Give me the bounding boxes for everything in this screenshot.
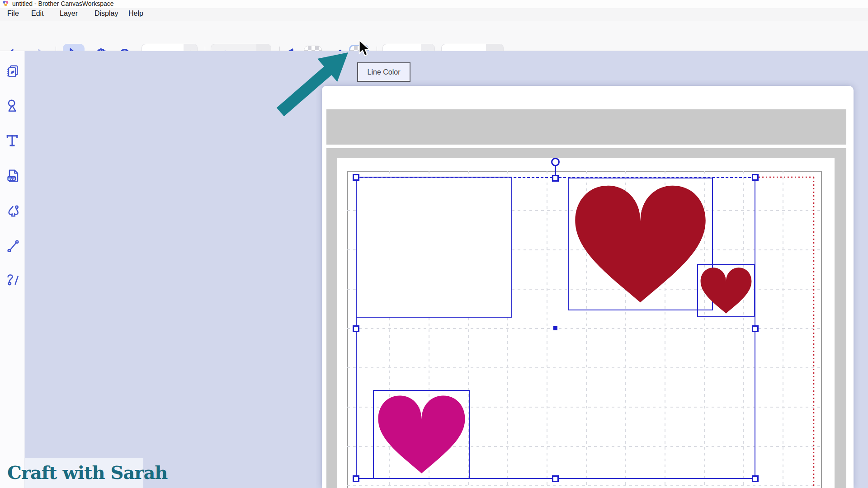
pink-heart bbox=[378, 395, 465, 473]
sidebar-item-trace-path[interactable] bbox=[5, 203, 19, 217]
pattern-library-icon bbox=[5, 64, 19, 78]
canvasworkspace-app: untitled - Brother CanvasWorkspace File … bbox=[0, 0, 868, 488]
line-tool-icon bbox=[5, 238, 19, 252]
line-color-tooltip: Line Color bbox=[357, 62, 410, 82]
tool-sidebar bbox=[0, 51, 25, 488]
sidebar-item-shapes[interactable] bbox=[5, 98, 19, 113]
selection-handle-bottom-middle[interactable] bbox=[552, 475, 559, 482]
sidebar-item-draw-line[interactable] bbox=[5, 238, 19, 252]
freehand-tool-icon bbox=[5, 272, 19, 286]
large-red-heart-shape[interactable] bbox=[568, 178, 713, 310]
selection-handle-bottom-left[interactable] bbox=[353, 475, 359, 482]
large-red-heart bbox=[575, 186, 705, 302]
small-red-heart-shape[interactable] bbox=[697, 264, 755, 317]
rotation-handle[interactable] bbox=[551, 158, 560, 166]
mat-header-bar bbox=[326, 109, 846, 145]
sidebar-item-pattern-library[interactable] bbox=[5, 64, 19, 78]
selection-center-marker bbox=[553, 326, 557, 330]
app-logo-icon bbox=[3, 0, 9, 6]
selection-handle-top-right[interactable] bbox=[752, 174, 759, 181]
selection-handle-top-left[interactable] bbox=[353, 174, 359, 181]
menu-layer[interactable]: Layer bbox=[60, 9, 78, 18]
watermark-text: Craft with Sarah bbox=[7, 462, 167, 483]
selection-handle-top-middle[interactable] bbox=[552, 175, 559, 182]
text-icon bbox=[5, 133, 19, 147]
menu-file[interactable]: File bbox=[7, 9, 19, 18]
trace-shape-icon bbox=[5, 203, 19, 217]
tooltip-text: Line Color bbox=[368, 68, 401, 76]
small-red-heart bbox=[701, 267, 752, 314]
mouse-cursor-icon bbox=[358, 40, 372, 57]
sidebar-item-draw-freehand[interactable] bbox=[5, 272, 19, 286]
menu-help[interactable]: Help bbox=[128, 9, 143, 18]
svg-text:SVG: SVG bbox=[8, 177, 15, 181]
selection-handle-bottom-right[interactable] bbox=[752, 475, 759, 482]
svg-file-icon: SVG bbox=[5, 168, 19, 183]
main-toolbar: 59 % Cut bbox=[0, 21, 868, 51]
shapes-icon bbox=[5, 98, 19, 113]
menu-edit[interactable]: Edit bbox=[31, 9, 44, 18]
pink-heart-shape[interactable] bbox=[373, 390, 470, 479]
sidebar-item-import-svg[interactable]: SVG bbox=[5, 168, 19, 183]
window-title: untitled - Brother CanvasWorkspace bbox=[12, 0, 114, 7]
title-bar: untitled - Brother CanvasWorkspace bbox=[0, 0, 868, 8]
menu-bar: File Edit Layer Display Help bbox=[0, 8, 868, 21]
sidebar-item-text[interactable] bbox=[5, 133, 19, 147]
menu-display[interactable]: Display bbox=[94, 9, 118, 18]
annotation-arrow-icon bbox=[270, 49, 356, 121]
selection-handle-middle-right[interactable] bbox=[752, 325, 759, 332]
selection-handle-middle-left[interactable] bbox=[353, 325, 359, 332]
